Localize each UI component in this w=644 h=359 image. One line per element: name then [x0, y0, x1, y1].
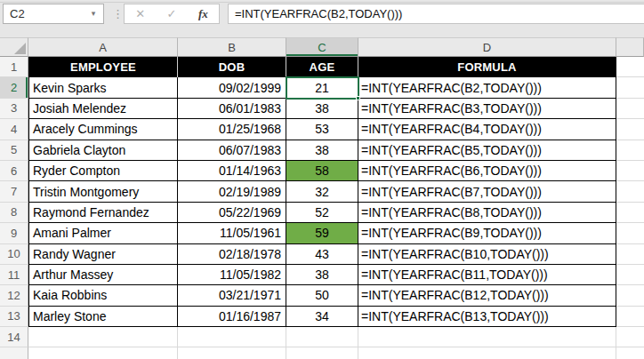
cell-employee[interactable]: Amani Palmer: [28, 223, 178, 243]
cell-age[interactable]: 38: [286, 99, 358, 119]
cell-formula[interactable]: =INT(YEARFRAC(B8,TODAY())): [358, 203, 616, 223]
formula-bar-input[interactable]: =INT(YEARFRAC(B2,TODAY())): [228, 4, 644, 24]
cell-formula[interactable]: =INT(YEARFRAC(B10,TODAY())): [358, 244, 616, 265]
row-number[interactable]: 7: [0, 181, 28, 202]
column-header-b[interactable]: B: [178, 37, 286, 57]
cell-empty[interactable]: [616, 57, 644, 77]
cell-dob[interactable]: 11/05/1961: [178, 223, 286, 243]
cell-employee[interactable]: Kaia Robbins: [28, 285, 178, 306]
cell-formula[interactable]: =INT(YEARFRAC(B9,TODAY())): [358, 223, 616, 243]
cell-dob[interactable]: 06/07/1983: [178, 140, 286, 161]
enter-icon[interactable]: ✓: [156, 7, 187, 20]
select-all-corner[interactable]: [0, 37, 28, 57]
cell-empty[interactable]: [616, 327, 644, 347]
insert-function-icon[interactable]: fx: [188, 7, 219, 21]
cell-dob[interactable]: 02/18/1978: [178, 244, 286, 265]
cell-age[interactable]: 38: [286, 265, 358, 285]
cell-formula[interactable]: =INT(YEARFRAC(B3,TODAY())): [358, 99, 616, 119]
cell-empty[interactable]: [616, 140, 644, 161]
cell-age-selected[interactable]: 21: [286, 77, 358, 98]
row-number[interactable]: 4: [0, 119, 28, 140]
cell-empty[interactable]: [616, 265, 644, 285]
column-header-a[interactable]: A: [28, 37, 178, 57]
row-number[interactable]: 10: [0, 244, 28, 265]
cell-age[interactable]: 53: [286, 119, 358, 140]
cell-empty[interactable]: [28, 347, 178, 359]
cell-empty[interactable]: [178, 327, 286, 347]
chevron-down-icon[interactable]: ▾: [84, 4, 103, 24]
cell-empty[interactable]: [616, 99, 644, 119]
row-number[interactable]: 12: [0, 285, 28, 306]
cell-dob[interactable]: 09/02/1999: [178, 77, 286, 98]
cell-dob[interactable]: 01/16/1987: [178, 307, 286, 327]
cell-formula[interactable]: =INT(YEARFRAC(B6,TODAY())): [358, 161, 616, 181]
cell-empty[interactable]: [616, 161, 644, 181]
cell-employee[interactable]: Tristin Montgomery: [28, 181, 178, 202]
cell-age[interactable]: 34: [286, 307, 358, 327]
cell-employee[interactable]: Kevin Sparks: [28, 77, 178, 98]
cell-empty[interactable]: [178, 347, 286, 359]
cell-employee[interactable]: Marley Stone: [28, 307, 178, 327]
cell-employee[interactable]: Randy Wagner: [28, 244, 178, 265]
cell-empty[interactable]: [616, 223, 644, 243]
row-number[interactable]: 8: [0, 203, 28, 223]
cell-dob[interactable]: 06/01/1983: [178, 99, 286, 119]
cell-formula[interactable]: =INT(YEARFRAC(B5,TODAY())): [358, 140, 616, 161]
cell-employee[interactable]: Arthur Massey: [28, 265, 178, 285]
cell-formula[interactable]: =INT(YEARFRAC(B4,TODAY())): [358, 119, 616, 140]
cell-formula[interactable]: =INT(YEARFRAC(B7,TODAY())): [358, 181, 616, 202]
name-box[interactable]: C2 ▾: [3, 4, 104, 24]
column-header-c[interactable]: C: [286, 37, 358, 57]
cell-age[interactable]: 43: [286, 244, 358, 265]
cell-empty[interactable]: [616, 119, 644, 140]
cell-formula[interactable]: =INT(YEARFRAC(B2,TODAY())): [358, 77, 616, 98]
cell-empty[interactable]: [616, 203, 644, 223]
cell-empty[interactable]: [616, 181, 644, 202]
cell-dob[interactable]: 01/14/1963: [178, 161, 286, 181]
cell-employee[interactable]: Josiah Melendez: [28, 99, 178, 119]
cell-empty[interactable]: [616, 244, 644, 265]
row-number[interactable]: 9: [0, 223, 28, 243]
row-number[interactable]: 1: [0, 57, 28, 77]
row-number[interactable]: 13: [0, 307, 28, 327]
fill-handle[interactable]: [356, 96, 360, 100]
cell-dob[interactable]: 03/21/1971: [178, 285, 286, 306]
header-cell-formula[interactable]: FORMULA: [358, 57, 616, 77]
header-cell-age[interactable]: AGE: [286, 57, 358, 77]
row-number[interactable]: [0, 347, 28, 359]
cell-age[interactable]: 52: [286, 203, 358, 223]
cell-empty[interactable]: [286, 347, 358, 359]
cell-formula[interactable]: =INT(YEARFRAC(B12,TODAY())): [358, 285, 616, 306]
cell-empty[interactable]: [616, 77, 644, 98]
row-number[interactable]: 6: [0, 161, 28, 181]
column-header-e[interactable]: [616, 37, 644, 57]
cell-dob[interactable]: 11/05/1982: [178, 265, 286, 285]
cell-employee[interactable]: Gabriela Clayton: [28, 140, 178, 161]
cell-employee[interactable]: Raymond Fernandez: [28, 203, 178, 223]
row-number[interactable]: 5: [0, 140, 28, 161]
cell-empty[interactable]: [358, 347, 616, 359]
cell-dob[interactable]: 05/22/1969: [178, 203, 286, 223]
cell-age[interactable]: 38: [286, 140, 358, 161]
cell-age[interactable]: 50: [286, 285, 358, 306]
row-number[interactable]: 2: [0, 77, 28, 98]
cell-employee[interactable]: Ryder Compton: [28, 161, 178, 181]
cell-age-highlighted[interactable]: 58: [286, 161, 358, 181]
cell-empty[interactable]: [28, 327, 178, 347]
cell-empty[interactable]: [286, 327, 358, 347]
cell-empty[interactable]: [616, 285, 644, 306]
cell-formula[interactable]: =INT(YEARFRAC(B11,TODAY())): [358, 265, 616, 285]
cell-age-highlighted[interactable]: 59: [286, 223, 358, 243]
cell-empty[interactable]: [358, 327, 616, 347]
row-number[interactable]: 3: [0, 99, 28, 119]
cell-empty[interactable]: [616, 307, 644, 327]
cancel-icon[interactable]: ✕: [125, 7, 156, 20]
row-number[interactable]: 14: [0, 327, 28, 347]
header-cell-employee[interactable]: EMPLOYEE: [28, 57, 178, 77]
column-header-d[interactable]: D: [358, 37, 616, 57]
cell-formula[interactable]: =INT(YEARFRAC(B13,TODAY())): [358, 307, 616, 327]
header-cell-dob[interactable]: DOB: [178, 57, 286, 77]
row-number[interactable]: 11: [0, 265, 28, 285]
cell-dob[interactable]: 02/19/1989: [178, 181, 286, 202]
cell-age[interactable]: 32: [286, 181, 358, 202]
